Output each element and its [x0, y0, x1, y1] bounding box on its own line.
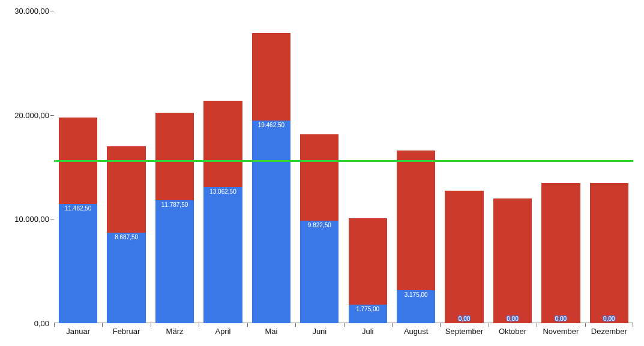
bar: 0,00: [445, 191, 483, 323]
bar-segment-red: [397, 151, 435, 290]
bar-slot: März11.787,50: [151, 11, 199, 323]
bar-segment-red: [252, 33, 290, 121]
bar-slot: August3.175,00: [392, 11, 440, 323]
bar-slot: Dezember0,00: [585, 11, 633, 323]
bar: 19.462,50: [252, 33, 290, 323]
bar-segment-red: [155, 113, 194, 200]
bar-slot: Juli1.775,00: [344, 11, 392, 323]
x-tick-label: Juni: [312, 323, 327, 336]
x-tick-label: Mai: [265, 323, 277, 336]
bar-value-label: 9.822,50: [308, 222, 331, 228]
x-tick-label: März: [166, 323, 184, 336]
bar: 9.822,50: [300, 134, 339, 323]
chart-container: 0,0010.000,0020.000,0030.000,00Januar11.…: [0, 0, 644, 346]
y-tick-label: 10.000,00: [14, 215, 54, 224]
bar-segment-red: [203, 101, 242, 187]
bar-segment-red: [300, 134, 339, 221]
bar-slot: September0,00: [440, 11, 488, 323]
bar-segment-blue: 11.462,50: [59, 204, 97, 323]
x-tick-label: Juli: [362, 323, 374, 336]
bar-slot: Oktober0,00: [489, 11, 537, 323]
bar: 11.787,50: [155, 113, 194, 323]
bar-segment-blue: 11.787,50: [155, 200, 194, 323]
bar-segment-red: [107, 146, 145, 233]
bar-value-label: 11.462,50: [65, 205, 92, 212]
bar-slot: Juni9.822,50: [295, 11, 343, 323]
bar-value-label: 8.687,50: [115, 234, 138, 240]
bar-value-label: 13.062,50: [209, 188, 236, 195]
bar: 11.462,50: [59, 118, 97, 323]
bar-segment-red: [541, 183, 580, 323]
plot-area: 0,0010.000,0020.000,0030.000,00Januar11.…: [54, 11, 633, 323]
reference-line: [54, 160, 633, 162]
bar-segment-red: [493, 198, 532, 323]
y-tick-label: 20.000,00: [14, 110, 54, 119]
bars-row: Januar11.462,50Februar8.687,50März11.787…: [54, 11, 633, 323]
bar-segment-blue: 9.822,50: [300, 221, 339, 323]
y-tick-label: 0,00: [34, 319, 54, 328]
bar: 0,00: [541, 183, 580, 323]
bar: 8.687,50: [107, 146, 145, 323]
bar: 0,00: [493, 198, 532, 323]
x-tick-label: Dezember: [591, 323, 627, 336]
bar-slot: April13.062,50: [199, 11, 247, 323]
bar: 13.062,50: [203, 101, 242, 323]
bar-value-label: 1.775,00: [356, 306, 379, 312]
bar-segment-blue: 1.775,00: [349, 305, 387, 323]
x-tick-label: November: [543, 323, 579, 336]
bar: 0,00: [590, 183, 628, 323]
bar-segment-red: [445, 191, 483, 323]
bar-slot: Mai19.462,50: [247, 11, 295, 323]
bar-segment-blue: 19.462,50: [252, 121, 290, 323]
bar-value-label: 11.787,50: [161, 201, 188, 208]
bar-segment-blue: 3.175,00: [397, 290, 435, 323]
x-tick-label: April: [215, 323, 230, 336]
bar-value-label: 3.175,00: [405, 291, 428, 298]
bar-segment-red: [349, 218, 387, 305]
bar-segment-blue: 8.687,50: [107, 233, 145, 323]
bar-segment-blue: 13.062,50: [203, 187, 242, 323]
x-tick-label: August: [404, 323, 428, 336]
bar-segment-red: [590, 183, 628, 323]
x-tick-label: Oktober: [499, 323, 526, 336]
x-tick-label: Januar: [66, 323, 90, 336]
bar-value-label: 19.462,50: [258, 122, 285, 128]
bar-slot: Februar8.687,50: [102, 11, 150, 323]
bar-slot: November0,00: [537, 11, 585, 323]
x-tick-label: September: [445, 323, 484, 336]
x-tick-label: Februar: [113, 323, 140, 336]
bar-slot: Januar11.462,50: [54, 11, 102, 323]
y-tick-label: 30.000,00: [14, 7, 54, 16]
bar: 1.775,00: [349, 218, 387, 323]
bar: 3.175,00: [397, 151, 435, 323]
